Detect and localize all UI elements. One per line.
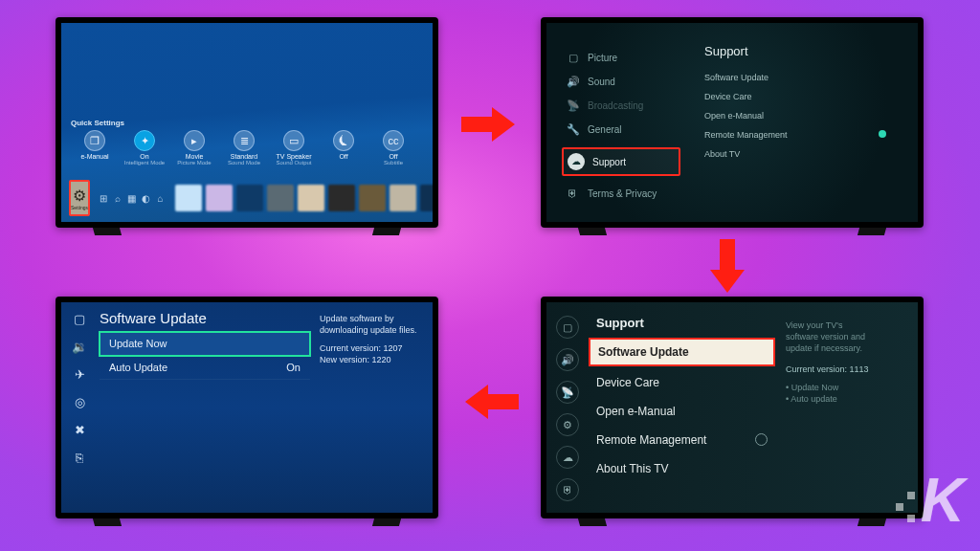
source-icon[interactable]: ⊞	[98, 193, 108, 204]
menu-item-device-care[interactable]: Device Care	[589, 370, 775, 395]
app-thumb[interactable]	[390, 185, 416, 211]
cloud-icon: ☁	[568, 153, 585, 170]
qs-item-picture-mode[interactable]: ▸ Movie Picture Mode	[172, 130, 216, 166]
svg-marker-2	[465, 385, 519, 419]
broadcast-icon: 📡	[566, 99, 580, 112]
support-panel: Support Software Update Device Care Open…	[704, 44, 886, 164]
sound-icon: 🔊	[566, 76, 580, 88]
app-thumb[interactable]	[267, 185, 294, 211]
software-update-title: Software Update	[100, 310, 310, 326]
support-icon[interactable]: ☁	[556, 446, 579, 469]
svg-marker-1	[710, 239, 745, 293]
support-menu: Support Software Update Device Care Open…	[589, 312, 775, 481]
tv4-icon-column: ▢ 🔉 ✈ ◎ ✖ ⎘	[69, 312, 90, 465]
software-update-desc: View your TV's software version and upda…	[786, 320, 910, 405]
sidebar-item-support[interactable]: ☁Support	[562, 147, 680, 176]
app-thumb[interactable]	[420, 185, 433, 211]
option-update-now[interactable]: Update Now	[100, 332, 310, 356]
apps-icon[interactable]: ▦	[126, 193, 137, 204]
quick-settings-label: Quick Settings	[71, 119, 124, 127]
system-icon[interactable]: ✖	[69, 423, 90, 437]
sound-icon[interactable]: 🔊	[556, 348, 579, 371]
brand-logo: K	[896, 465, 961, 536]
panel-title: Support	[704, 44, 886, 58]
tv-step-4: ▢ 🔉 ✈ ◎ ✖ ⎘ Software Update Update Now A…	[56, 297, 438, 518]
app-thumb[interactable]	[328, 185, 355, 211]
intelligent-mode-icon: ✦	[134, 130, 155, 151]
panel-item-software-update[interactable]: Software Update	[704, 68, 886, 87]
sidebar-item-sound[interactable]: 🔊Sound	[566, 76, 680, 88]
tv1-screen: Quick Settings ❐ e-Manual ✦ On Intellige…	[61, 23, 433, 222]
panel-item-about-tv[interactable]: About TV	[704, 144, 886, 164]
speaker-icon: ▭	[283, 130, 304, 151]
arrow-step1-to-step2	[461, 105, 517, 143]
sidebar-item-terms[interactable]: ⛨Terms & Privacy	[566, 187, 680, 199]
panel-item-device-care[interactable]: Device Care	[704, 87, 886, 106]
panel-item-remote-management[interactable]: Remote Management	[704, 125, 886, 144]
ambient-icon[interactable]: ◐	[141, 193, 151, 204]
tv2-screen: ▢Picture 🔊Sound 📡Broadcasting 🔧General ☁…	[546, 23, 918, 222]
tv-step-1: Quick Settings ❐ e-Manual ✦ On Intellige…	[56, 17, 438, 228]
terms-icon[interactable]: ⛨	[556, 478, 579, 501]
gear-icon: ⚙	[73, 187, 86, 205]
software-update-description: Update software by downloading update fi…	[320, 314, 433, 366]
qs-item-subtitle[interactable]: cc Off Subtitle	[371, 130, 415, 166]
tv-step-3: ▢ 🔊 📡 ⚙ ☁ ⛨ Support Software Update Devi…	[541, 297, 924, 518]
support-icon[interactable]: ⎘	[69, 451, 90, 465]
arrow-step2-to-step3	[708, 239, 746, 295]
panel-item-open-emanual[interactable]: Open e-Manual	[704, 106, 886, 125]
app-thumbs	[175, 185, 433, 211]
menu-item-about-tv[interactable]: About This TV	[589, 456, 775, 481]
quick-settings-row: ❐ e-Manual ✦ On Intelligent Mode ▸ Movie…	[67, 130, 427, 174]
option-auto-update[interactable]: Auto Update On	[100, 356, 310, 380]
settings-button[interactable]: ⚙ Settings	[69, 180, 90, 216]
book-icon: ❐	[84, 130, 105, 151]
home-icon[interactable]: ⌂	[155, 193, 166, 204]
sound-icon[interactable]: 🔉	[69, 340, 90, 354]
menu-item-software-update[interactable]: Software Update	[589, 338, 775, 366]
tv3-icon-column: ▢ 🔊 📡 ⚙ ☁ ⛨	[556, 316, 581, 501]
qs-item-sound-output[interactable]: ▭ TV Speaker Sound Output	[272, 130, 316, 166]
picture-icon[interactable]: ▢	[69, 312, 90, 326]
toggle-on-indicator	[879, 130, 886, 138]
qs-item-off-1[interactable]: ⏾ Off	[322, 130, 366, 160]
software-update-menu: Software Update Update Now Auto Update O…	[100, 310, 310, 380]
app-thumb[interactable]	[298, 185, 324, 211]
app-thumb[interactable]	[206, 185, 233, 211]
play-icon: ▸	[184, 130, 205, 151]
menu-item-open-emanual[interactable]: Open e-Manual	[589, 399, 775, 424]
network-icon[interactable]: ◎	[69, 395, 90, 409]
app-thumb[interactable]	[236, 185, 263, 211]
menu-item-remote-management[interactable]: Remote Management	[589, 428, 775, 452]
settings-sidebar: ▢Picture 🔊Sound 📡Broadcasting 🔧General ☁…	[566, 52, 680, 199]
tv3-screen: ▢ 🔊 📡 ⚙ ☁ ⛨ Support Software Update Devi…	[546, 302, 918, 513]
toggle-indicator	[755, 433, 768, 446]
general-icon[interactable]: ⚙	[556, 413, 579, 436]
qs-item-sound-mode[interactable]: ≣ Standard Sound Mode	[222, 130, 266, 166]
equalizer-icon: ≣	[234, 130, 255, 151]
qs-item-intelligent-mode[interactable]: ✦ On Intelligent Mode	[122, 130, 167, 166]
picture-icon: ▢	[566, 52, 580, 64]
sidebar-item-general[interactable]: 🔧General	[566, 123, 680, 136]
broadcast-icon[interactable]: ✈	[69, 367, 90, 382]
logo-dots-icon	[896, 492, 915, 522]
support-title: Support	[589, 312, 775, 334]
wrench-icon: 🔧	[566, 123, 580, 136]
sidebar-item-broadcasting[interactable]: 📡Broadcasting	[566, 99, 680, 112]
tv4-screen: ▢ 🔉 ✈ ◎ ✖ ⎘ Software Update Update Now A…	[61, 302, 433, 513]
subtitle-icon: cc	[383, 130, 404, 151]
search-icon[interactable]: ⌕	[112, 193, 122, 204]
app-row: ⚙ Settings ⊞ ⌕ ▦ ◐ ⌂	[67, 180, 427, 216]
sidebar-item-picture[interactable]: ▢Picture	[566, 52, 680, 64]
nav-icons: ⊞ ⌕ ▦ ◐ ⌂	[98, 193, 166, 204]
sleep-icon: ⏾	[333, 130, 354, 151]
svg-marker-0	[461, 107, 515, 142]
app-thumb[interactable]	[175, 185, 202, 211]
arrow-step3-to-step4	[461, 383, 519, 421]
app-thumb[interactable]	[359, 185, 386, 211]
qs-item-emanual[interactable]: ❐ e-Manual	[73, 130, 117, 160]
settings-label: Settings	[71, 205, 88, 210]
picture-icon[interactable]: ▢	[556, 316, 579, 339]
broadcast-icon[interactable]: 📡	[556, 381, 579, 404]
tv-step-2: ▢Picture 🔊Sound 📡Broadcasting 🔧General ☁…	[541, 17, 924, 228]
